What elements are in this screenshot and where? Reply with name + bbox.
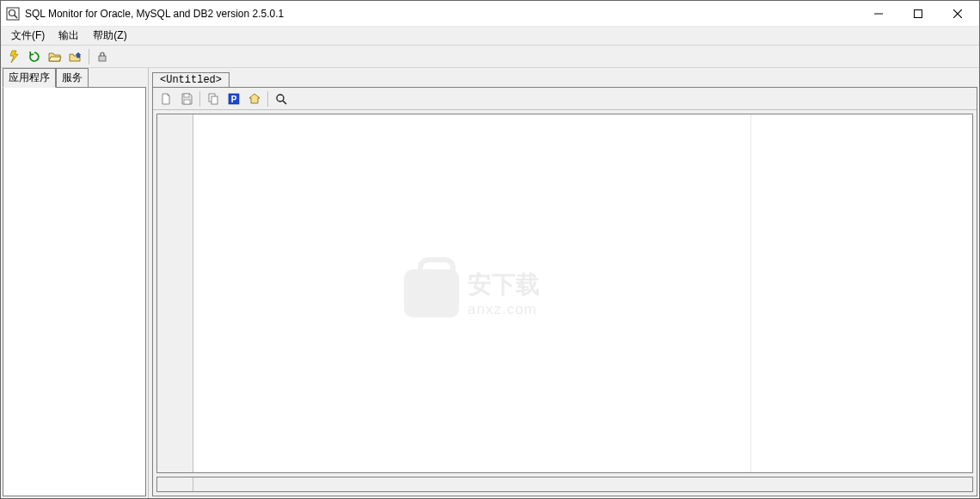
svg-line-2 [15,15,18,18]
main-toolbar [1,46,979,68]
maximize-button[interactable] [898,1,938,26]
new-file-button[interactable] [156,89,175,108]
folder-up-icon [69,50,83,64]
left-panel-tabs: 应用程序 服务 [1,68,148,87]
home-icon [248,92,261,106]
save-icon [180,92,193,106]
folder-up-button[interactable] [66,47,85,66]
watermark-bag-icon [404,269,459,317]
minimize-button[interactable] [859,1,898,26]
lock-button[interactable] [93,47,112,66]
sql-editor[interactable]: 安下载 anxz.com [193,114,750,472]
main-area: 应用程序 服务 <Untitled> [1,68,979,498]
menu-output[interactable]: 输出 [52,27,86,45]
watermark-text-en: anxz.com [468,301,540,318]
watermark-text-cn: 安下载 [468,268,540,301]
refresh-button[interactable] [25,47,44,66]
svg-line-15 [283,101,286,104]
svg-rect-7 [99,56,106,61]
park-button[interactable]: P [224,89,243,108]
editor-right-pane [750,114,972,472]
line-gutter [157,114,193,472]
menu-file[interactable]: 文件(F) [4,27,52,45]
save-button[interactable] [177,89,196,108]
open-icon [48,50,62,64]
bottom-strip-gutter [157,477,193,491]
execute-button[interactable] [4,47,23,66]
open-button[interactable] [46,47,64,66]
refresh-icon [28,50,41,64]
zoom-icon [274,92,288,106]
doc-toolbar-separator-2 [267,91,268,107]
svg-rect-11 [211,96,217,104]
left-tree-view[interactable] [3,87,146,496]
menu-help[interactable]: 帮助(Z) [86,27,133,45]
titlebar: SQL Monitor for Oracle, MySQL and DB2 ve… [1,1,979,27]
window-controls [859,1,977,26]
execute-icon [7,50,21,64]
right-panel: <Untitled> P [149,68,979,498]
svg-rect-4 [915,9,922,17]
close-button[interactable] [938,1,977,26]
svg-rect-8 [184,94,189,97]
svg-point-1 [9,9,15,15]
zoom-button[interactable] [272,89,291,108]
menubar: 文件(F) 输出 帮助(Z) [1,27,979,46]
tab-untitled[interactable]: <Untitled> [152,72,230,87]
tab-services[interactable]: 服务 [56,68,89,87]
app-icon [6,7,20,21]
doc-toolbar-separator [199,91,200,107]
svg-rect-9 [184,100,190,104]
tab-applications[interactable]: 应用程序 [3,68,56,88]
toolbar-separator [89,49,89,65]
watermark: 安下载 anxz.com [404,268,540,318]
new-file-icon [159,92,173,106]
editor-wrap: 安下载 anxz.com [153,110,977,496]
document-tabs: <Untitled> [152,70,977,87]
park-icon: P [227,92,241,106]
window-title: SQL Monitor for Oracle, MySQL and DB2 ve… [25,8,859,20]
home-button[interactable] [245,89,264,108]
left-panel: 应用程序 服务 [1,68,149,498]
copy-button[interactable] [204,89,223,108]
svg-text:P: P [231,95,237,104]
document-toolbar: P [153,88,977,110]
editor-row: 安下载 anxz.com [156,114,973,473]
lock-icon [95,50,109,64]
svg-point-14 [277,95,284,102]
document-container: P [152,87,977,496]
editor-bottom-strip [156,477,973,492]
copy-icon [206,92,220,106]
app-window: SQL Monitor for Oracle, MySQL and DB2 ve… [0,0,980,499]
